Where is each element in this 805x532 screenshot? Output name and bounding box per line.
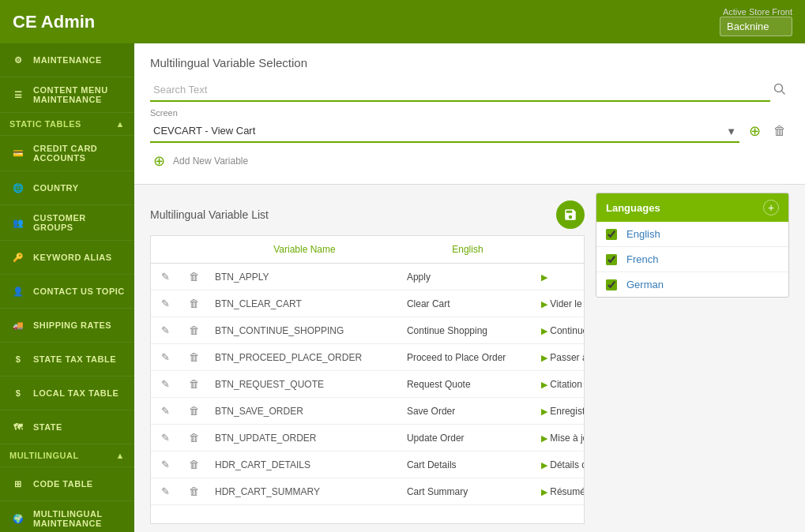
french-text: Passer à la commande (550, 352, 585, 363)
screen-row: CEVCART - View Cart ▼ ⊕ 🗑 (150, 119, 789, 143)
variable-table: Variable Name English French (151, 236, 585, 505)
english-cell: Apply (401, 264, 535, 290)
sidebar-item-maintenance[interactable]: ⚙ MAINTENANCE (0, 43, 134, 77)
french-text: Résumé du panier (550, 486, 585, 497)
delete-row-button[interactable]: 🗑 (186, 269, 202, 284)
english-cell: Request Quote (401, 371, 535, 398)
delete-screen-button[interactable]: 🗑 (770, 121, 789, 141)
edit-row-button[interactable]: ✎ (158, 457, 173, 472)
french-cell: ▶ (535, 264, 585, 290)
play-icon: ▶ (541, 326, 547, 335)
edit-row-button[interactable]: ✎ (158, 296, 173, 311)
delete-row-button[interactable]: 🗑 (186, 484, 202, 499)
edit-cell: ✎ (151, 451, 179, 478)
screen-select[interactable]: CEVCART - View Cart (150, 120, 739, 143)
edit-row-button[interactable]: ✎ (158, 350, 173, 365)
sidebar-item-contact-us[interactable]: 👤 CONTACT US TOPIC (0, 275, 134, 309)
static-tables-section: STATIC TABLES ▲ (0, 113, 134, 136)
delete-row-button[interactable]: 🗑 (186, 377, 202, 392)
add-variable-row: ⊕ Add New Variable (150, 146, 789, 176)
english-cell: Proceed to Place Order (401, 344, 535, 371)
edit-row-button[interactable]: ✎ (158, 403, 173, 418)
delete-row-button[interactable]: 🗑 (186, 296, 202, 311)
search-button[interactable] (770, 80, 789, 101)
store-select[interactable]: Backnine (720, 17, 792, 36)
variable-list-panel: Multilingual Variable List (150, 193, 585, 524)
delete-cell: 🗑 (179, 290, 209, 317)
play-icon: ▶ (541, 299, 547, 309)
multilingual-section: MULTILINGUAL ▲ (0, 444, 134, 467)
edit-cell: ✎ (151, 344, 179, 371)
edit-row-button[interactable]: ✎ (158, 430, 173, 445)
sidebar-item-customer-groups[interactable]: 👥 CUSTOMER GROUPS (0, 205, 134, 241)
delete-cell: 🗑 (179, 398, 209, 425)
delete-cell: 🗑 (179, 344, 209, 371)
play-icon: ▶ (541, 487, 547, 496)
delete-row-button[interactable]: 🗑 (186, 430, 202, 445)
save-button[interactable] (556, 200, 585, 229)
sidebar-item-state[interactable]: 🗺 STATE (0, 410, 134, 444)
users-icon: 👥 (9, 214, 27, 231)
content-header: Multilingual Variable Selection Screen (134, 43, 805, 185)
table-row: ✎ 🗑 BTN_SAVE_ORDER Save Order ▶ Enregist… (151, 398, 585, 425)
screen-select-wrapper: CEVCART - View Cart ▼ (150, 120, 739, 143)
lang-checkbox[interactable] (606, 254, 617, 265)
sidebar-item-multilingual-maint[interactable]: 🌍 MULTILINGUAL MAINTENANCE (0, 501, 134, 532)
store-selector-area: Active Store Front Backnine (720, 7, 792, 36)
table-row: ✎ 🗑 HDR_CART_DETAILS Cart Details ▶ Déta… (151, 451, 585, 478)
sidebar-item-state-tax[interactable]: $ STATE TAX TABLE (0, 343, 134, 377)
svg-point-0 (775, 84, 783, 92)
french-cell: ▶ Détails du panier (535, 451, 585, 478)
delete-row-button[interactable]: 🗑 (186, 323, 202, 338)
english-cell: Clear Cart (401, 290, 535, 317)
edit-row-button[interactable]: ✎ (158, 377, 173, 392)
map-icon: 🗺 (9, 418, 27, 436)
wrench-icon: ⚙ (9, 51, 27, 69)
edit-cell: ✎ (151, 264, 179, 290)
add-language-button[interactable]: + (763, 200, 779, 215)
add-variable-label: Add New Variable (173, 155, 248, 167)
app-logo: CE Admin (13, 12, 95, 32)
english-cell: Update Order (401, 425, 535, 451)
top-bar: CE Admin Active Store Front Backnine (0, 0, 805, 43)
language-item: English (596, 222, 788, 247)
sidebar-item-country[interactable]: 🌐 COUNTRY (0, 171, 134, 205)
col-english-header: English (401, 236, 535, 264)
french-cell: ▶ Citation requise (535, 371, 585, 398)
sidebar-item-local-tax[interactable]: $ LOCAL TAX TABLE (0, 377, 134, 410)
edit-row-button[interactable]: ✎ (158, 269, 173, 284)
sidebar-item-code-table[interactable]: ⊞ CODE TABLE (0, 467, 134, 501)
edit-row-button[interactable]: ✎ (158, 484, 173, 499)
french-text: Vider le panier (550, 298, 585, 309)
play-icon: ▶ (541, 353, 547, 362)
var-name-cell: BTN_SAVE_ORDER (209, 398, 401, 425)
save-icon (563, 208, 577, 222)
table-row: ✎ 🗑 HDR_CART_SUMMARY Cart Summary ▶ Résu… (151, 478, 585, 505)
edit-cell: ✎ (151, 398, 179, 425)
svg-line-1 (782, 92, 785, 95)
lang-checkbox[interactable] (606, 229, 617, 240)
add-variable-button[interactable]: ⊕ (150, 149, 168, 173)
languages-header: Languages + (596, 193, 788, 222)
search-input[interactable] (150, 79, 770, 102)
globe2-icon: 🌍 (9, 510, 27, 527)
screen-label: Screen (150, 108, 789, 118)
sidebar-item-keyword-alias[interactable]: 🔑 KEYWORD ALIAS (0, 241, 134, 275)
col-varname-header: Variable Name (209, 236, 401, 264)
delete-cell: 🗑 (179, 478, 209, 505)
delete-row-button[interactable]: 🗑 (186, 350, 202, 365)
edit-row-button[interactable]: ✎ (158, 323, 173, 338)
lang-checkbox[interactable] (606, 279, 617, 290)
add-screen-button[interactable]: ⊕ (746, 119, 764, 143)
sidebar-item-credit-card[interactable]: 💳 CREDIT CARD ACCOUNTS (0, 136, 134, 171)
sidebar-item-shipping-rates[interactable]: 🚚 SHIPPING RATES (0, 309, 134, 343)
sidebar-item-content-menu[interactable]: ☰ CONTENT MENU MAINTENANCE (0, 77, 134, 113)
delete-cell: 🗑 (179, 425, 209, 451)
french-text: Enregistrer la commande (550, 406, 585, 417)
variable-list-header: Multilingual Variable List (150, 200, 585, 229)
delete-cell: 🗑 (179, 264, 209, 290)
table-row: ✎ 🗑 BTN_REQUEST_QUOTE Request Quote ▶ Ci… (151, 371, 585, 398)
delete-row-button[interactable]: 🗑 (186, 403, 202, 418)
table-row: ✎ 🗑 BTN_CLEAR_CART Clear Cart ▶ Vider le… (151, 290, 585, 317)
delete-row-button[interactable]: 🗑 (186, 457, 202, 472)
